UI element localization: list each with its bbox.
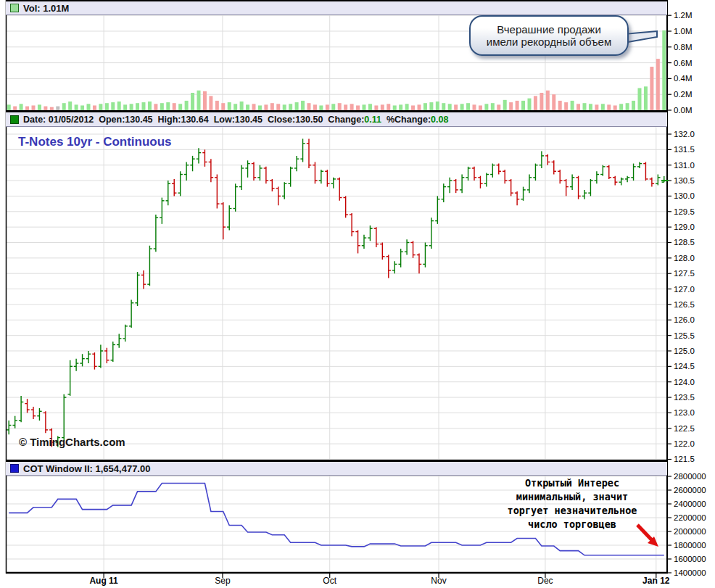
price-legend-segment: Date: 01/05/2012 Open:130.45 High:130.64… [23, 115, 364, 125]
cot-annotation-line4: число торговцев [474, 518, 671, 531]
volume-callout-annotation: Вчерашние продажи имели рекордный объем [469, 15, 629, 56]
price-legend-segment: %Change: [381, 115, 431, 125]
price-chart-title: T-Notes 10yr - Continuous [18, 135, 172, 149]
cot-annotation-line1: Открытый Интерес [474, 476, 671, 490]
cot-annotation-line3: торгует незначительное [474, 504, 671, 518]
cot-legend-swatch-icon [10, 464, 19, 473]
cot-legend-text: COT Window II: 1,654,477.00 [23, 463, 150, 474]
cot-annotation-line2: минимальный, значит [474, 490, 671, 504]
price-ohlc-legend-text: Date: 01/05/2012 Open:130.45 High:130.64… [23, 115, 448, 125]
volume-callout-line1: Вчерашние продажи [497, 23, 601, 36]
volume-legend-swatch-icon [10, 4, 19, 12]
price-ohlc-legend: Date: 01/05/2012 Open:130.45 High:130.64… [6, 110, 667, 127]
price-legend-segment: 0.08 [431, 115, 448, 125]
volume-legend: Vol: 1.01M [6, 0, 667, 15]
volume-legend-text: Vol: 1.01M [23, 3, 69, 14]
cot-legend: COT Window II: 1,654,477.00 [6, 460, 667, 476]
price-legend-swatch-icon [10, 115, 19, 124]
volume-callout-line2: имели рекордный объем [487, 36, 611, 48]
cot-annotation: Открытый Интерес минимальный, значит тор… [474, 476, 671, 531]
chart-root: Vol: 1.01M Date: 01/05/2012 Open:130.45 … [0, 0, 715, 588]
price-legend-segment: 0.11 [364, 115, 381, 125]
watermark: © TimingCharts.com [19, 436, 125, 448]
